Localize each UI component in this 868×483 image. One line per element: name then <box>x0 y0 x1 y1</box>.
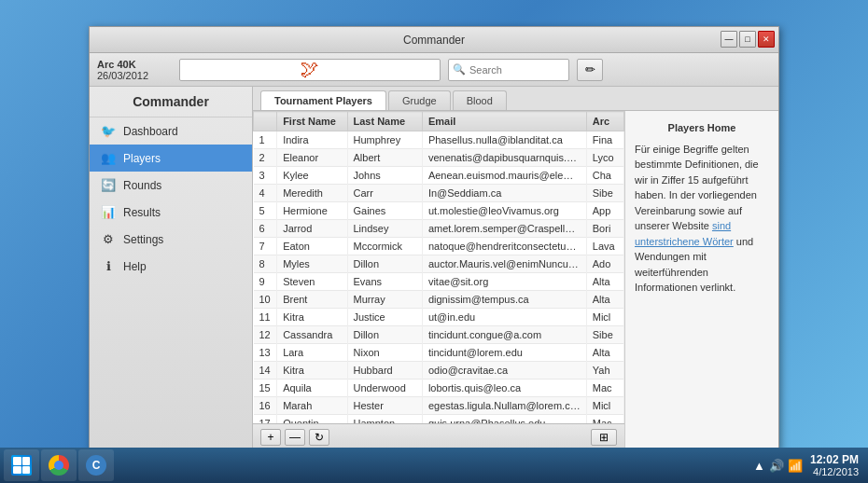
sidebar-item-settings[interactable]: ⚙ Settings <box>90 226 252 253</box>
cell-arc: Mac <box>586 415 623 424</box>
signal-icon: 📶 <box>788 459 803 473</box>
table-row[interactable]: 13 Lara Nixon tincidunt@lorem.edu Alta <box>254 344 624 362</box>
cell-lastname: Murray <box>347 291 422 309</box>
table-row[interactable]: 17 Quentin Hampton quis.urna@Phasellus.e… <box>254 415 624 424</box>
cell-arc: Sibe <box>586 326 623 344</box>
sidebar-item-results[interactable]: 📊 Results <box>90 199 252 226</box>
refresh-button[interactable]: ↻ <box>309 429 329 446</box>
content-area: First Name Last Name Email Arc 1 Indira … <box>253 111 778 449</box>
tab-grudge[interactable]: Grudge <box>388 90 451 110</box>
cell-num: 7 <box>254 238 277 255</box>
col-header-lastname[interactable]: Last Name <box>347 112 422 131</box>
search-box[interactable]: 🔍 <box>448 59 569 81</box>
cell-num: 8 <box>254 255 277 273</box>
cell-num: 4 <box>254 185 277 202</box>
tab-tournament-players[interactable]: Tournament Players <box>260 90 386 110</box>
cell-arc: Micl <box>586 397 623 415</box>
info-panel: Players Home Für einige Begriffe gelten … <box>624 111 778 449</box>
cell-arc: App <box>586 202 623 220</box>
cell-arc: Bori <box>586 220 623 238</box>
results-icon: 📊 <box>101 205 116 219</box>
right-panel: Tournament Players Grudge Blood First Na… <box>253 87 778 449</box>
players-icon: 👥 <box>101 151 116 165</box>
sidebar-item-help[interactable]: ℹ Help <box>90 253 252 280</box>
cell-arc: Sibe <box>586 185 623 202</box>
tab-blood[interactable]: Blood <box>453 90 507 110</box>
table-area: First Name Last Name Email Arc 1 Indira … <box>253 111 624 449</box>
col-header-email[interactable]: Email <box>422 112 586 131</box>
cell-lastname: Dillon <box>347 255 422 273</box>
cell-firstname: Myles <box>277 255 347 273</box>
cell-firstname: Steven <box>277 273 347 291</box>
pencil-button[interactable]: ✏ <box>577 59 603 81</box>
col-header-arc[interactable]: Arc <box>586 112 623 131</box>
players-table: First Name Last Name Email Arc 1 Indira … <box>253 111 624 423</box>
cell-lastname: Hampton <box>347 415 422 424</box>
app-icon: C <box>86 455 106 476</box>
sidebar-label-players: Players <box>123 152 161 165</box>
table-row[interactable]: 8 Myles Dillon auctor.Mauris.vel@enimNun… <box>254 255 624 273</box>
toolbar: Arc 40K 26/03/2012 🕊 🔍 ✏ <box>90 53 778 87</box>
cell-email: ut@in.edu <box>422 309 586 326</box>
taskbar-chrome-button[interactable] <box>41 449 77 481</box>
sidebar-label-help: Help <box>123 260 147 273</box>
table-row[interactable]: 9 Steven Evans vitae@sit.org Alta <box>254 273 624 291</box>
cell-lastname: Lindsey <box>347 220 422 238</box>
cell-firstname: Eaton <box>277 238 347 255</box>
cell-firstname: Indira <box>277 131 347 149</box>
sidebar-label-dashboard: Dashboard <box>123 125 178 138</box>
table-row[interactable]: 11 Kitra Justice ut@in.edu Micl <box>254 309 624 326</box>
table-row[interactable]: 16 Marah Hester egestas.ligula.Nullam@lo… <box>254 397 624 415</box>
cell-num: 17 <box>254 415 277 424</box>
sidebar-label-settings: Settings <box>123 233 163 246</box>
pencil-icon: ✏ <box>585 62 595 76</box>
cell-arc: Cha <box>586 167 623 185</box>
network-icon: ▲ <box>753 459 765 473</box>
search-input[interactable] <box>469 64 563 76</box>
table-footer: + — ↻ ⊞ <box>253 423 624 449</box>
close-button[interactable]: ✕ <box>758 31 775 48</box>
cell-lastname: Humphrey <box>347 131 422 149</box>
sidebar-label-results: Results <box>123 206 161 219</box>
sidebar-item-rounds[interactable]: 🔄 Rounds <box>90 172 252 199</box>
table-row[interactable]: 7 Eaton Mccormick natoque@hendreritconse… <box>254 238 624 255</box>
window-title: Commander <box>403 34 465 47</box>
taskbar: C ▲ 🔊 📶 12:02 PM 4/12/2013 <box>0 448 868 483</box>
sidebar-item-dashboard[interactable]: 🐦 Dashboard <box>90 117 252 145</box>
cell-lastname: Albert <box>347 149 422 167</box>
maximize-button[interactable]: □ <box>739 31 756 48</box>
cell-email: venenatis@dapibusquarnquis.org <box>422 149 586 167</box>
title-bar: Commander — □ ✕ <box>90 27 778 53</box>
minimize-button[interactable]: — <box>721 31 737 48</box>
cell-arc: Lava <box>586 238 623 255</box>
table-row[interactable]: 1 Indira Humphrey Phasellus.nulla@ibland… <box>254 131 624 149</box>
remove-button[interactable]: — <box>285 429 305 446</box>
cell-num: 5 <box>254 202 277 220</box>
table-row[interactable]: 12 Cassandra Dillon tincidunt.congue@a.c… <box>254 326 624 344</box>
col-header-firstname[interactable]: First Name <box>277 112 347 131</box>
table-row[interactable]: 4 Meredith Carr In@Seddiam.ca Sibe <box>254 185 624 202</box>
taskbar-start-button[interactable] <box>4 449 39 481</box>
taskbar-app-button[interactable]: C <box>78 449 114 481</box>
chrome-icon <box>49 455 69 476</box>
cell-firstname: Marah <box>277 397 347 415</box>
table-row[interactable]: 2 Eleanor Albert venenatis@dapibusquarnq… <box>254 149 624 167</box>
cell-firstname: Kitra <box>277 362 347 380</box>
table-row[interactable]: 10 Brent Murray dignissim@tempus.ca Alta <box>254 291 624 309</box>
table-row[interactable]: 6 Jarrod Lindsey amet.lorem.semper@Crasp… <box>254 220 624 238</box>
table-row[interactable]: 5 Hermione Gaines ut.molestie@leoVivamus… <box>254 202 624 220</box>
table-row[interactable]: 14 Kitra Hubbard odio@cravitae.ca Yah <box>254 362 624 380</box>
sidebar-item-players[interactable]: 👥 Players <box>90 145 252 172</box>
table-row[interactable]: 15 Aquila Underwood lobortis.quis@leo.ca… <box>254 380 624 397</box>
tabs-bar: Tournament Players Grudge Blood <box>253 87 778 111</box>
cell-firstname: Lara <box>277 344 347 362</box>
add-button[interactable]: + <box>260 429 281 446</box>
table-scroll[interactable]: First Name Last Name Email Arc 1 Indira … <box>253 111 624 423</box>
cell-num: 1 <box>254 131 277 149</box>
volume-icon: 🔊 <box>769 459 784 473</box>
footer-action-btn[interactable]: ⊞ <box>591 429 617 446</box>
cell-num: 10 <box>254 291 277 309</box>
info-text-part1: Für einige Begriffe gelten bestimmte Def… <box>635 144 759 232</box>
cell-firstname: Quentin <box>277 415 347 424</box>
table-row[interactable]: 3 Kylee Johns Aenean.euismod.mauris@elem… <box>254 167 624 185</box>
